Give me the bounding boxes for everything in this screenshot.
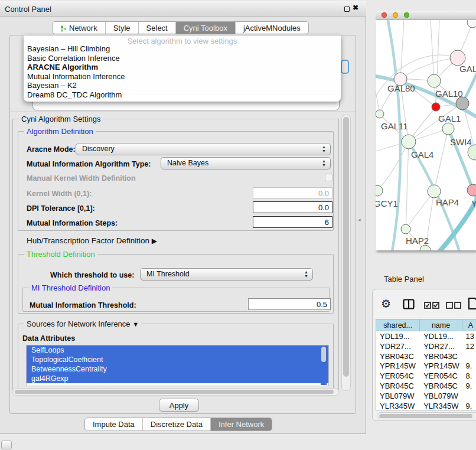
mi-threshold-label: Mutual Information Threshold: bbox=[30, 301, 136, 309]
splitter-handle[interactable]: ◂ bbox=[358, 217, 361, 223]
mi-threshold-field[interactable]: 0.5 bbox=[248, 298, 331, 310]
node-hap2[interactable] bbox=[401, 224, 410, 234]
collapse-down-icon: ▼ bbox=[132, 321, 139, 328]
table-row[interactable]: YPR145WYPR145W9. bbox=[376, 361, 476, 371]
table-cell: YDR27... bbox=[420, 341, 462, 351]
mi-algorithm-type-combo[interactable]: Naive Bayes▲▼ bbox=[161, 157, 331, 169]
table-cell: YBL079W bbox=[420, 391, 462, 401]
aracne-mode-label: Aracne Mode: bbox=[27, 145, 76, 154]
table-row[interactable]: YDR27...YDR27...12 bbox=[376, 341, 476, 351]
focused-combo-fragment bbox=[341, 60, 349, 74]
manual-kernel-width-checkbox[interactable] bbox=[325, 174, 332, 181]
table-cell: 12 bbox=[462, 341, 476, 351]
node-partial-top[interactable] bbox=[467, 20, 476, 28]
table-cell: YPR145W bbox=[420, 361, 462, 371]
attribute-item[interactable]: BetweennessCentrality bbox=[27, 364, 328, 374]
tab-network[interactable]: Network bbox=[53, 22, 106, 34]
network-canvas[interactable]: GALGAL80GAL10GAL1SWI4GAL11GAL4GCY1HAP4YH… bbox=[376, 20, 476, 250]
which-threshold-combo[interactable]: MI Threshold▲▼ bbox=[140, 268, 313, 281]
kernel-width-field[interactable]: 0.0 bbox=[253, 187, 332, 199]
aracne-mode-combo[interactable]: Discovery▲▼ bbox=[76, 143, 331, 155]
table-row[interactable]: YDL19...YDL19...13 bbox=[376, 331, 476, 341]
dropdown-item[interactable]: Bayesian – Hill Climbing bbox=[24, 44, 341, 54]
tab-select[interactable]: Select bbox=[139, 22, 176, 34]
dropdown-item[interactable]: Dream8 DC_TDC Algorithm bbox=[24, 90, 341, 100]
close-traffic-light[interactable] bbox=[382, 12, 387, 18]
table-cell: YBL079W bbox=[376, 391, 420, 401]
tab-impute-data[interactable]: Impute Data bbox=[85, 418, 143, 431]
data-attributes-list[interactable]: SelfLoopsTopologicalCoefficientBetweenne… bbox=[26, 345, 329, 386]
node-gal4[interactable] bbox=[402, 135, 416, 149]
collapsed-panel-button[interactable] bbox=[1, 441, 12, 449]
node-table[interactable]: shared... name A YDL19...YDL19...13YDR27… bbox=[376, 319, 476, 410]
mi-threshold-title: MI Threshold Definition bbox=[29, 283, 112, 292]
dropdown-item[interactable]: ARACNE Algorithm bbox=[24, 63, 341, 72]
checked-pair-icon[interactable] bbox=[424, 301, 439, 311]
close-icon[interactable]: ✖ bbox=[353, 4, 358, 12]
tab-cyni-toolbox[interactable]: Cyni Toolbox bbox=[176, 22, 236, 34]
node-gal10[interactable] bbox=[428, 74, 441, 87]
node-gal1-red[interactable] bbox=[432, 103, 440, 111]
network-window-titlebar[interactable] bbox=[376, 11, 476, 20]
node-gcy1[interactable] bbox=[376, 185, 383, 196]
unchecked-pair-icon[interactable] bbox=[446, 301, 461, 311]
control-panel-titlebar[interactable] bbox=[0, 1, 366, 17]
dropdown-item[interactable]: Bayesian – K2 bbox=[24, 81, 341, 90]
dpi-tolerance-field[interactable]: 0.0 bbox=[253, 201, 332, 213]
float-window-icon[interactable] bbox=[344, 6, 350, 12]
threshold-definition-title: Threshold Definition bbox=[24, 250, 97, 259]
hub-definition-toggle[interactable]: Hub/Transcription Factor Definition ▶ bbox=[27, 236, 157, 245]
spinner-arrows-icon: ▲▼ bbox=[322, 145, 326, 153]
table-cell: 9. bbox=[462, 381, 476, 391]
node-gal11[interactable] bbox=[376, 110, 384, 118]
node-hap4[interactable] bbox=[428, 185, 441, 198]
table-cell: 9. bbox=[462, 361, 476, 371]
settings-hscrollbar[interactable] bbox=[12, 388, 339, 396]
mi-steps-label: Mutual Information Steps: bbox=[27, 219, 118, 227]
node-pink-right-label: Y bbox=[471, 198, 476, 208]
tab-style[interactable]: Style bbox=[106, 22, 139, 34]
network-tree-icon bbox=[60, 25, 67, 34]
document-icon[interactable] bbox=[468, 297, 476, 312]
dropdown-item[interactable]: Basic Correlation Inference bbox=[24, 54, 341, 63]
node-gal1-red-label: GAL1 bbox=[438, 113, 461, 123]
apply-button[interactable]: Apply bbox=[159, 399, 199, 412]
minimize-traffic-light[interactable] bbox=[393, 12, 398, 18]
dpi-tolerance-label: DPI Tolerance [0,1]: bbox=[27, 204, 95, 213]
tab-jactivemnodules[interactable]: jActiveMNodules bbox=[236, 22, 308, 34]
sources-toggle[interactable]: Sources for Network Inference ▼ bbox=[24, 319, 141, 328]
node-pink-right[interactable] bbox=[467, 184, 476, 196]
gear-icon[interactable]: ⚙ bbox=[381, 297, 391, 311]
window-title: Control Panel bbox=[5, 5, 51, 14]
attribute-item[interactable]: gal4RGexp bbox=[27, 374, 328, 383]
kernel-width-label: Kernel Width (0,1): bbox=[27, 190, 92, 198]
node-gal80-label: GAL80 bbox=[387, 83, 415, 93]
mi-steps-field[interactable]: 6 bbox=[253, 216, 332, 228]
table-row[interactable]: YLR345WYLR345W9. bbox=[376, 401, 476, 410]
tab-infer-network[interactable]: Infer Network bbox=[211, 418, 272, 431]
columns-icon[interactable] bbox=[403, 299, 415, 312]
table-row[interactable]: YBL079WYBL079W bbox=[376, 391, 476, 401]
table-row[interactable]: YBR043CYBR043C bbox=[376, 351, 476, 361]
node-gray[interactable] bbox=[456, 97, 469, 110]
node-swi4[interactable] bbox=[442, 123, 454, 135]
network-edge bbox=[376, 74, 380, 114]
table-row[interactable]: YBR045CYBR045C9. bbox=[376, 381, 476, 391]
tab-discretize-data[interactable]: Discretize Data bbox=[143, 418, 211, 431]
attribute-item[interactable]: TopologicalCoefficient bbox=[27, 355, 328, 364]
table-cell: YBR043C bbox=[376, 351, 420, 361]
list-vscrollbar[interactable] bbox=[321, 346, 327, 385]
column-name[interactable]: name bbox=[420, 319, 462, 331]
zoom-traffic-light[interactable] bbox=[404, 12, 409, 18]
attribute-item[interactable]: SelfLoops bbox=[27, 345, 328, 355]
mi-algorithm-type-label: Mutual Information Algorithm Type: bbox=[27, 160, 151, 168]
column-shared[interactable]: shared... bbox=[376, 319, 420, 331]
algorithm-definition-title: Algorithm Definition bbox=[24, 127, 96, 136]
table-row[interactable]: YER054CYER054C8. bbox=[376, 371, 476, 381]
dropdown-item[interactable]: Mutual Information Inference bbox=[24, 72, 341, 81]
table-hscrollbar[interactable] bbox=[377, 412, 476, 419]
table-cell: YBR045C bbox=[376, 381, 420, 391]
settings-vscrollbar[interactable] bbox=[341, 115, 351, 391]
table-cell: YBR043C bbox=[420, 351, 462, 361]
column-partial[interactable]: A bbox=[462, 319, 476, 331]
